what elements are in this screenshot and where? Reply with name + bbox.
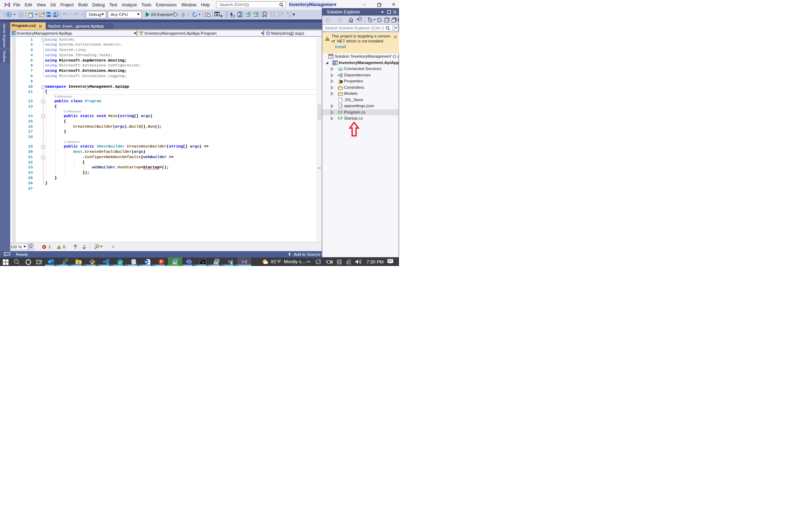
svg-text:P: P (160, 260, 162, 264)
svg-text:T: T (186, 260, 189, 264)
svg-text:{}: {} (339, 105, 342, 108)
svg-text:C:\: C:\ (200, 260, 204, 262)
svg-text:W: W (145, 260, 148, 264)
svg-text:O: O (48, 260, 51, 264)
